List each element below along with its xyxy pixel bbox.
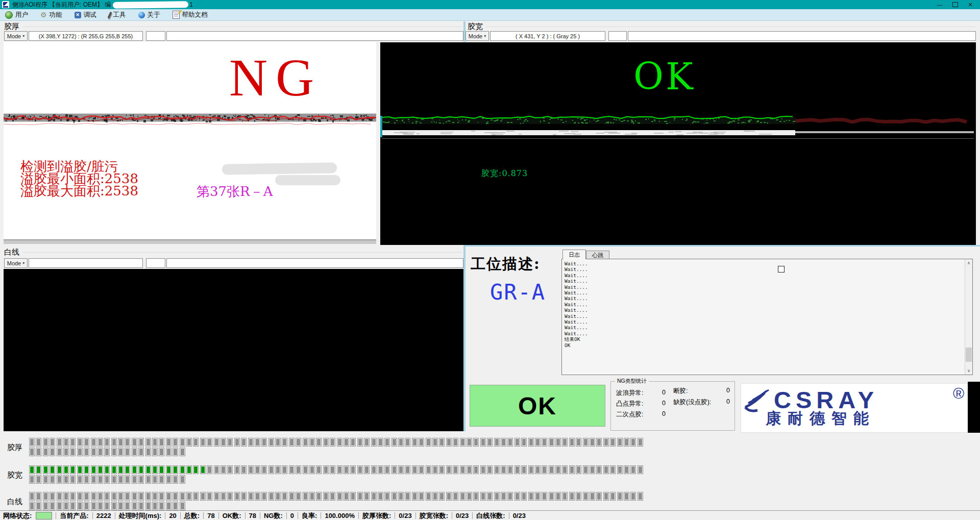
- indicator-cell: [70, 465, 76, 474]
- stat-value: 0: [726, 387, 730, 394]
- indicator-cell: [384, 465, 390, 474]
- indicator-cell: [528, 438, 534, 447]
- status-label: 白线张数:: [476, 511, 505, 520]
- menu-item-help-doc[interactable]: 帮助文档: [167, 9, 215, 20]
- indicator-cell: [473, 492, 479, 501]
- log-line: Wait....: [565, 313, 970, 319]
- indicator-cell: [57, 502, 62, 510]
- indicator-cell: [480, 465, 486, 474]
- indicator-cell: [84, 492, 89, 501]
- indicator-cell: [617, 492, 623, 501]
- indicator-cell: [138, 502, 144, 510]
- indicator-cell: [36, 448, 41, 456]
- pixel-coord-readout: [29, 258, 143, 268]
- indicator-cell: [91, 475, 96, 484]
- minimize-button[interactable]: —: [932, 0, 947, 9]
- indicator-cell: [323, 492, 329, 501]
- menu-item-debug[interactable]: ✕调试: [69, 9, 104, 20]
- indicator-cell: [268, 438, 274, 447]
- menu-item-tools[interactable]: 工具: [104, 9, 133, 20]
- erased-smudge: [275, 175, 340, 185]
- indicator-cell: [152, 475, 158, 484]
- indicator-cell: [173, 475, 178, 484]
- indicator-cell: [480, 492, 486, 501]
- indicator-cell: [180, 465, 185, 474]
- indicator-cell: [583, 438, 589, 447]
- gear-icon: ⚙: [40, 12, 47, 18]
- indicator-cell: [426, 465, 431, 474]
- indicator-cell: [576, 492, 581, 501]
- stat-value: 0: [662, 410, 666, 417]
- indicator-cell: [104, 475, 110, 484]
- mode-dropdown[interactable]: Mode▾: [4, 31, 28, 41]
- indicator-row: [29, 475, 185, 484]
- log-scrollbar[interactable]: ∧ ∨: [965, 259, 972, 375]
- indicator-cell: [528, 492, 534, 501]
- indicator-cell: [173, 465, 178, 474]
- tab-log[interactable]: 日志: [562, 250, 586, 259]
- indicator-cell: [145, 465, 151, 474]
- close-button[interactable]: ✕: [963, 0, 978, 9]
- log-line: 结果OK: [565, 336, 970, 342]
- indicator-cell: [439, 438, 445, 447]
- result-ok-button[interactable]: OK: [470, 385, 605, 427]
- indicator-cell: [453, 438, 458, 447]
- indicator-cell: [97, 448, 103, 456]
- indicator-cell: [166, 502, 172, 510]
- title-bar: 侧涂AOI程序 【当前用户: OEM】 编 1 — ✕: [0, 0, 980, 9]
- indicator-cell: [426, 492, 431, 501]
- indicator-cell: [132, 448, 137, 456]
- mode-dropdown[interactable]: Mode▾: [465, 31, 489, 41]
- indicator-cell: [138, 465, 144, 474]
- indicator-cell: [405, 438, 410, 447]
- status-label: OK数:: [223, 511, 241, 520]
- log-line: Wait....: [565, 290, 970, 295]
- log-checkbox[interactable]: [778, 266, 785, 273]
- menu-item-function[interactable]: ⚙功能: [35, 9, 69, 20]
- indicator-cell: [398, 465, 404, 474]
- scroll-down-icon[interactable]: ∨: [965, 367, 972, 375]
- indicator-cell: [91, 448, 96, 456]
- indicator-cell: [36, 465, 41, 474]
- scrollbar-track[interactable]: [965, 267, 972, 367]
- indicator-cell: [241, 492, 247, 501]
- indicator-cell: [166, 492, 172, 501]
- indicator-cell: [111, 492, 117, 501]
- indicator-cell: [350, 492, 356, 501]
- edge-black-strip: [968, 382, 980, 433]
- indicator-cell: [70, 492, 76, 501]
- indicator-cell: [603, 465, 609, 474]
- indicator-cell: [569, 492, 575, 501]
- status-label: 当前产品:: [60, 511, 88, 520]
- groove-line: [486, 27, 976, 27]
- station-desc-value: GR-A: [490, 280, 546, 305]
- indicator-cell: [91, 465, 96, 474]
- scroll-up-icon[interactable]: ∧: [965, 259, 972, 267]
- indicator-cell: [542, 492, 547, 501]
- indicator-cell: [50, 492, 55, 501]
- stat-label: 凸点异常:: [616, 400, 643, 408]
- indicator-cell: [29, 465, 35, 474]
- indicator-cell: [309, 465, 315, 474]
- indicator-cell: [357, 438, 363, 447]
- indicator-cell: [50, 438, 55, 447]
- indicator-cell: [97, 475, 103, 484]
- indicator-cell: [36, 492, 41, 501]
- scrollbar-thumb[interactable]: [966, 348, 972, 362]
- glue-strip-image: [380, 114, 976, 140]
- tab-heartbeat[interactable]: 心跳: [586, 251, 609, 259]
- maximize-button[interactable]: [947, 0, 963, 9]
- menu-item-about[interactable]: 关于: [133, 9, 167, 20]
- help-doc-icon: [173, 11, 180, 19]
- network-status-indicator: [36, 512, 52, 519]
- menu-label: 帮助文档: [182, 11, 208, 19]
- menu-label: 调试: [84, 11, 96, 19]
- indicator-cell: [535, 438, 541, 447]
- mode-dropdown[interactable]: Mode▾: [4, 258, 28, 268]
- indicator-cell: [220, 492, 226, 501]
- log-panel[interactable]: Wait....Wait....Wait....Wait....Wait....…: [561, 259, 973, 375]
- indicator-cell: [57, 475, 62, 484]
- indicator-row: [29, 465, 643, 474]
- menu-item-user[interactable]: 用户: [0, 9, 35, 20]
- indicator-cell: [138, 492, 144, 501]
